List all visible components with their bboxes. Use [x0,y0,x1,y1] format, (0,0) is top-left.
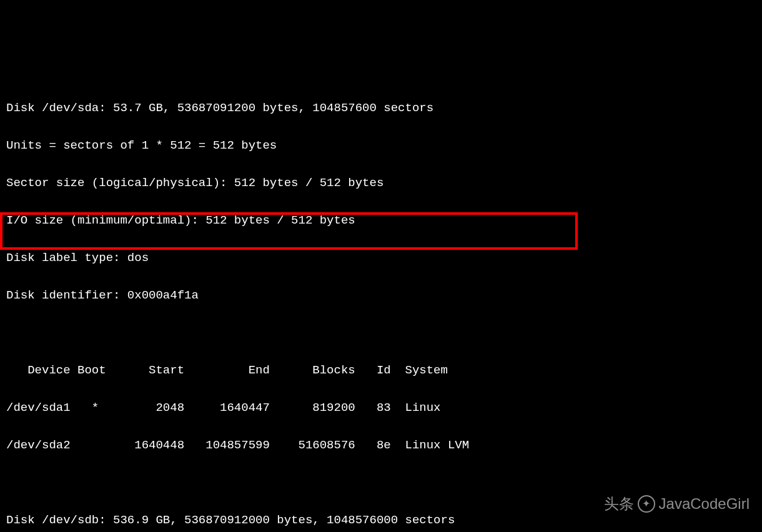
disk-sda-units: Units = sectors of 1 * 512 = 512 bytes [6,136,756,155]
disk-sda-identifier: Disk identifier: 0x000a4f1a [6,286,756,305]
partition-row-sda1: /dev/sda1 * 2048 1640447 819200 83 Linux [6,398,756,417]
partition-row-sda2: /dev/sda2 1640448 104857599 51608576 8e … [6,436,756,455]
disk-sdb-header: Disk /dev/sdb: 536.9 GB, 536870912000 by… [6,511,756,530]
blank-line [6,323,756,342]
blank-line [6,473,756,492]
disk-sda-sector: Sector size (logical/physical): 512 byte… [6,174,756,192]
partition-table-header: Device Boot Start End Blocks Id System [6,361,756,380]
disk-sda-header: Disk /dev/sda: 53.7 GB, 53687091200 byte… [6,99,756,117]
disk-sda-label-type: Disk label type: dos [6,249,756,267]
terminal-output: Disk /dev/sda: 53.7 GB, 53687091200 byte… [6,80,756,532]
disk-sda-io: I/O size (minimum/optimal): 512 bytes / … [6,211,756,230]
